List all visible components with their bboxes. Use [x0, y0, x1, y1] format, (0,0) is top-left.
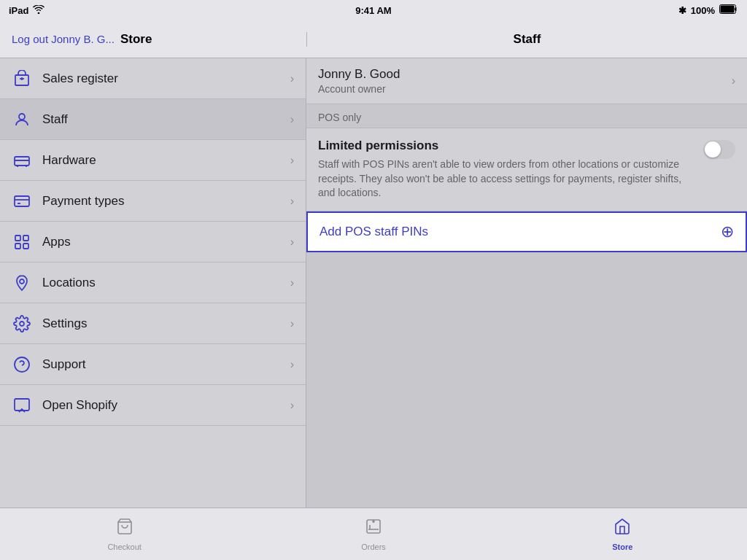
orders-tab-icon: [365, 518, 382, 540]
checkout-tab-label: Checkout: [107, 542, 141, 551]
store-tab-label: Store: [612, 542, 632, 551]
checkout-tab-icon: [116, 518, 133, 540]
tab-orders[interactable]: Orders: [249, 518, 498, 551]
sidebar-label-staff: Staff: [42, 112, 280, 127]
svg-point-14: [20, 279, 24, 284]
pos-only-header: POS only: [306, 104, 747, 128]
limited-permissions-card: Limited permissions Staff with POS PINs …: [306, 128, 747, 211]
sidebar-label-sales-register: Sales register: [42, 71, 280, 86]
chevron-icon: ›: [290, 72, 294, 85]
sidebar-item-payment-types[interactable]: Payment types ›: [0, 181, 306, 222]
chevron-icon: ›: [290, 399, 294, 412]
settings-icon: [12, 314, 32, 334]
battery-icon: [719, 4, 738, 16]
permissions-description: Staff with POS PINs aren't able to view …: [318, 158, 694, 201]
permissions-title: Limited permissions: [318, 139, 694, 153]
sidebar-item-staff[interactable]: Staff ›: [0, 99, 306, 140]
staff-chevron-icon: ›: [732, 74, 735, 88]
header: Log out Jonny B. G... Store Staff: [0, 20, 747, 58]
svg-rect-7: [15, 196, 29, 206]
sidebar-item-apps[interactable]: Apps ›: [0, 222, 306, 262]
sidebar-item-sales-register[interactable]: Sales register ›: [0, 58, 306, 99]
header-left: Log out Jonny B. G... Store: [0, 32, 306, 47]
battery-label: 100%: [691, 5, 715, 16]
sidebar-label-locations: Locations: [42, 276, 280, 290]
open-shopify-icon: [12, 395, 32, 416]
chevron-icon: ›: [290, 113, 294, 126]
device-label: iPad: [9, 5, 28, 16]
wifi-icon: [33, 5, 44, 16]
page-title: Staff: [514, 32, 541, 47]
staff-name: Jonny B. Good: [318, 67, 732, 82]
orders-tab-label: Orders: [361, 542, 386, 551]
staff-icon: [12, 109, 32, 130]
chevron-icon: ›: [290, 154, 294, 167]
store-tab-icon: [614, 518, 631, 540]
logout-button[interactable]: Log out Jonny B. G...: [12, 33, 115, 45]
svg-point-5: [19, 114, 25, 120]
sidebar: Sales register › Staff › Hardware › Paym…: [0, 58, 306, 508]
svg-rect-13: [23, 244, 28, 249]
staff-role: Account owner: [318, 83, 732, 95]
staff-row[interactable]: Jonny B. Good Account owner ›: [306, 58, 747, 104]
main-layout: Sales register › Staff › Hardware › Paym…: [0, 58, 747, 508]
add-pins-label: Add POS staff PINs: [320, 225, 721, 239]
apps-icon: [12, 232, 32, 252]
status-bar: iPad 9:41 AM ✱ 100%: [0, 0, 747, 20]
svg-rect-6: [15, 157, 29, 166]
svg-rect-1: [721, 6, 735, 13]
tab-checkout[interactable]: Checkout: [0, 518, 249, 551]
sidebar-label-support: Support: [42, 357, 280, 372]
chevron-icon: ›: [290, 195, 294, 208]
chevron-icon: ›: [290, 317, 294, 330]
permissions-text: Limited permissions Staff with POS PINs …: [318, 139, 694, 201]
svg-rect-11: [23, 236, 28, 241]
content-area: Jonny B. Good Account owner › POS only L…: [306, 58, 747, 508]
sidebar-label-apps: Apps: [42, 235, 280, 249]
svg-point-15: [20, 322, 24, 326]
svg-rect-10: [15, 236, 20, 241]
sales-register-icon: [12, 69, 32, 89]
sidebar-item-open-shopify[interactable]: Open Shopify ›: [0, 385, 306, 426]
sidebar-item-hardware[interactable]: Hardware ›: [0, 140, 306, 181]
header-right: Staff: [306, 32, 747, 47]
sidebar-label-open-shopify: Open Shopify: [42, 398, 280, 413]
limited-permissions-toggle[interactable]: [703, 140, 735, 159]
chevron-icon: ›: [290, 358, 294, 371]
sidebar-item-locations[interactable]: Locations ›: [0, 262, 306, 303]
locations-icon: [12, 273, 32, 293]
tab-bar: Checkout Orders Store: [0, 508, 747, 560]
status-time: 9:41 AM: [355, 5, 391, 16]
sidebar-label-hardware: Hardware: [42, 153, 280, 168]
staff-info: Jonny B. Good Account owner: [318, 67, 732, 95]
store-title: Store: [120, 32, 152, 47]
bluetooth-icon: ✱: [678, 5, 686, 16]
support-icon: [12, 354, 32, 375]
payment-types-icon: [12, 191, 32, 211]
svg-rect-12: [15, 244, 20, 249]
sidebar-label-settings: Settings: [42, 316, 280, 331]
tab-store[interactable]: Store: [498, 518, 747, 551]
chevron-icon: ›: [290, 276, 294, 289]
add-pos-staff-pins-row[interactable]: Add POS staff PINs ⊕: [306, 211, 747, 252]
hardware-icon: [12, 150, 32, 171]
chevron-icon: ›: [290, 236, 294, 249]
sidebar-label-payment-types: Payment types: [42, 194, 280, 209]
svg-point-16: [15, 357, 29, 372]
sidebar-item-support[interactable]: Support ›: [0, 344, 306, 385]
sidebar-item-settings[interactable]: Settings ›: [0, 303, 306, 344]
add-circle-icon: ⊕: [721, 222, 734, 241]
